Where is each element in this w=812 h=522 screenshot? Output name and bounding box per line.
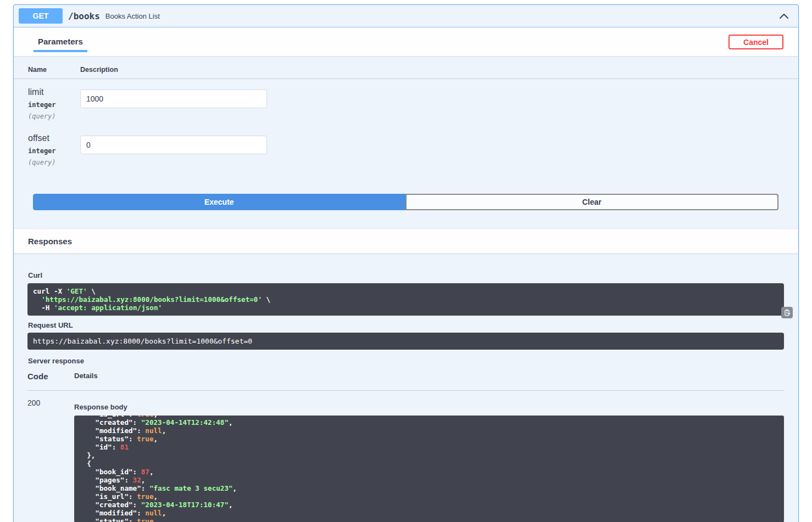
parameter-name: offset bbox=[28, 133, 80, 143]
parameter-type: integer bbox=[28, 147, 80, 155]
parameter-location: (query) bbox=[28, 113, 80, 120]
server-response-table-head: Code Details bbox=[27, 372, 784, 391]
limit-input[interactable] bbox=[80, 89, 267, 108]
endpoint-summary-bar[interactable]: GET /books Books Action List bbox=[14, 5, 798, 27]
response-body-scroll-area[interactable]: "is_url": true, "created": "2023-04-14T1… bbox=[74, 416, 784, 522]
endpoint-summary-text: Books Action List bbox=[105, 12, 160, 20]
endpoint-path: /books bbox=[68, 11, 100, 21]
execute-wrapper: Execute Clear bbox=[33, 194, 778, 210]
curl-label: Curl bbox=[28, 271, 784, 279]
responses-title: Responses bbox=[28, 237, 72, 246]
parameters-table-head: Name Description bbox=[14, 56, 798, 79]
http-method-badge: GET bbox=[19, 8, 63, 24]
column-header-description: Description bbox=[80, 66, 118, 74]
parameters-section-header: Parameters Cancel bbox=[14, 27, 798, 56]
copy-to-clipboard-button[interactable] bbox=[781, 307, 793, 318]
endpoint-panel: GET /books Books Action List Parameters … bbox=[13, 4, 799, 522]
parameter-row-limit: limit integer (query) bbox=[14, 79, 798, 120]
cancel-button[interactable]: Cancel bbox=[728, 35, 783, 49]
responses-body: Curl curl -X 'GET' \ 'https://baizabal.x… bbox=[14, 271, 798, 522]
parameter-meta: limit integer (query) bbox=[28, 87, 80, 120]
parameters-body: Name Description limit integer (query) o… bbox=[14, 56, 798, 228]
column-header-details: Details bbox=[74, 372, 98, 381]
clear-button[interactable]: Clear bbox=[405, 194, 779, 210]
curl-command-block: curl -X 'GET' \ 'https://baizabal.xyz:80… bbox=[27, 283, 784, 316]
chevron-up-icon bbox=[778, 12, 789, 20]
server-response-row: 200 Response body "is_url": true, "creat… bbox=[27, 398, 784, 522]
parameter-meta: offset integer (query) bbox=[28, 133, 80, 166]
execute-button[interactable]: Execute bbox=[33, 194, 405, 210]
parameter-description-cell bbox=[80, 87, 267, 120]
parameter-description-cell bbox=[80, 133, 267, 166]
responses-section-header: Responses bbox=[14, 228, 798, 254]
offset-input[interactable] bbox=[80, 136, 267, 154]
parameter-row-offset: offset integer (query) bbox=[14, 120, 798, 166]
parameter-location: (query) bbox=[28, 159, 80, 166]
clipboard-copy-icon bbox=[783, 309, 791, 316]
column-header-code: Code bbox=[27, 372, 74, 381]
response-details-cell: Response body "is_url": true, "created":… bbox=[74, 398, 784, 522]
request-url-label: Request URL bbox=[28, 321, 784, 329]
collapse-button[interactable] bbox=[776, 10, 792, 22]
request-url-value: https://baizabal.xyz:8000/books?limit=10… bbox=[33, 337, 252, 345]
server-response-label: Server response bbox=[28, 357, 784, 365]
response-body-json: "is_url": true, "created": "2023-04-14T1… bbox=[74, 416, 784, 522]
tab-parameters[interactable]: Parameters bbox=[34, 27, 87, 52]
parameter-type: integer bbox=[28, 101, 80, 109]
column-header-name: Name bbox=[28, 66, 80, 74]
parameter-name: limit bbox=[28, 87, 80, 97]
request-url-block: https://baizabal.xyz:8000/books?limit=10… bbox=[27, 333, 784, 350]
response-body-label: Response body bbox=[74, 398, 784, 411]
response-status-code: 200 bbox=[27, 398, 74, 522]
